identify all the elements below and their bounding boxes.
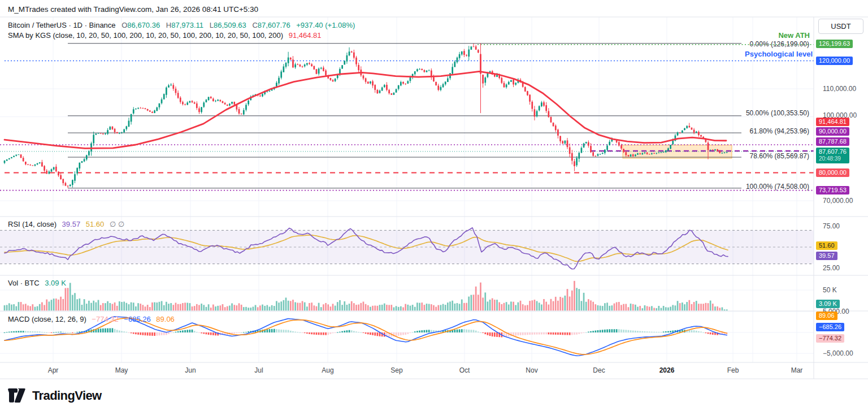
- new-ath-annotation: New ATH: [778, 31, 810, 40]
- axis-price-label: 70,000.00: [823, 197, 853, 205]
- rsi-empty-values: ∅ ∅: [110, 220, 124, 228]
- fib-level-label: 100.00% (74,508.00): [648, 183, 809, 191]
- tradingview-logo-text: TradingView: [32, 388, 102, 403]
- volume-value: 3.09 K: [45, 279, 66, 287]
- fib-level-label: 78.60% (85,569.87): [648, 152, 809, 160]
- price-tag: 73,719.53: [816, 186, 849, 194]
- price-tag: 39.57: [816, 252, 837, 260]
- fib-level-label: 61.80% (94,253.96): [648, 127, 809, 135]
- psychological-level-annotation: Psychological level: [745, 50, 813, 58]
- tradingview-logo[interactable]: TradingView: [8, 388, 102, 403]
- axis-price-label: 110,000.00: [823, 85, 856, 93]
- symbol-name[interactable]: Bitcoin / TetherUS: [8, 21, 67, 29]
- time-axis-label: Feb: [727, 366, 739, 374]
- time-axis-label: Oct: [459, 366, 470, 374]
- tradingview-logo-icon: [8, 388, 27, 403]
- time-axis-label: Apr: [48, 366, 59, 374]
- rsi-value: 39.57: [62, 220, 81, 228]
- sma-value: 91,464.81: [289, 31, 322, 40]
- price-tag: 126,199.63: [816, 40, 853, 48]
- time-axis-label: Sep: [390, 366, 402, 374]
- macd-signal-value: 89.06: [156, 315, 175, 323]
- price-tag: 120,000.00: [816, 57, 853, 65]
- time-axis-label: Dec: [593, 366, 605, 374]
- symbol-legend-row[interactable]: Bitcoin / TetherUS · 1D · Binance O86,67…: [8, 21, 355, 29]
- fib-level-label: 0.00% (126,199.00): [648, 40, 809, 48]
- macd-value: −685.26: [124, 315, 150, 323]
- price-tag: −774.32: [816, 334, 844, 343]
- macd-legend-row[interactable]: MACD (close, 12, 26, 9) −774.32 −685.26 …: [8, 315, 175, 323]
- low-value: 86,509.63: [214, 21, 246, 29]
- price-tag: 87,787.68: [816, 137, 849, 146]
- tradingview-chart-page: M_MTrades created with TradingView.com, …: [0, 0, 868, 415]
- time-axis-label: 2026: [659, 366, 675, 374]
- price-tag: 51.60: [816, 241, 837, 250]
- fib-level-label: 50.00% (100,353.50): [648, 109, 809, 117]
- high-value: 87,973.11: [171, 21, 203, 29]
- price-tag: −685.26: [816, 323, 844, 331]
- time-axis-label: May: [115, 366, 128, 374]
- currency-toggle-button[interactable]: USDT: [818, 19, 863, 34]
- rsi-title[interactable]: RSI (14, close): [8, 220, 57, 228]
- axis-price-label: 25.00: [823, 264, 840, 272]
- interval-label[interactable]: 1D: [73, 21, 83, 29]
- open-value: 86,670.36: [127, 21, 160, 29]
- macd-hist-value: −774.32: [92, 315, 118, 323]
- price-tag: 90,000.00: [816, 127, 849, 136]
- rsi-legend-row[interactable]: RSI (14, close) 39.57 51.60 ∅ ∅: [8, 220, 124, 228]
- chart-canvas[interactable]: [0, 0, 868, 415]
- sma-legend-row[interactable]: SMA by KGS (close, 10, 20, 50, 100, 200,…: [8, 31, 322, 40]
- time-axis-label: Mar: [791, 366, 803, 374]
- close-value: 87,607.76: [258, 21, 290, 29]
- axis-price-label: 75.00: [823, 222, 840, 230]
- axis-price-label: 50 K: [823, 286, 837, 294]
- price-tag: 87,607.7620:48:39: [816, 148, 849, 163]
- low-letter: L: [210, 21, 214, 29]
- price-tag: 89.06: [816, 312, 837, 320]
- change-value: +937.40 (+1.08%): [296, 21, 355, 29]
- price-tag: 91,464.81: [816, 118, 849, 126]
- time-axis-label: Aug: [322, 366, 333, 374]
- price-tag: 3.09 K: [816, 300, 840, 308]
- attribution-text: M_MTrades created with TradingView.com, …: [8, 5, 258, 14]
- countdown-timer: 20:48:39: [819, 155, 847, 162]
- exchange-label: Binance: [89, 21, 116, 29]
- rsi-ma-value: 51.60: [86, 220, 105, 228]
- time-axis-label: Jun: [185, 366, 196, 374]
- sma-indicator-title[interactable]: SMA by KGS (close, 10, 20, 50, 100, 200,…: [8, 31, 283, 40]
- time-axis-label: Nov: [526, 366, 537, 374]
- volume-title[interactable]: Vol · BTC: [8, 279, 40, 287]
- time-axis-label: Jul: [254, 366, 263, 374]
- high-letter: H: [166, 21, 171, 29]
- macd-title[interactable]: MACD (close, 12, 26, 9): [8, 315, 86, 323]
- open-letter: O: [121, 21, 127, 29]
- axis-price-label: −5,000.00: [823, 349, 853, 357]
- close-letter: C: [252, 21, 257, 29]
- price-tag: 80,000.00: [816, 168, 849, 177]
- volume-legend-row[interactable]: Vol · BTC 3.09 K: [8, 279, 66, 287]
